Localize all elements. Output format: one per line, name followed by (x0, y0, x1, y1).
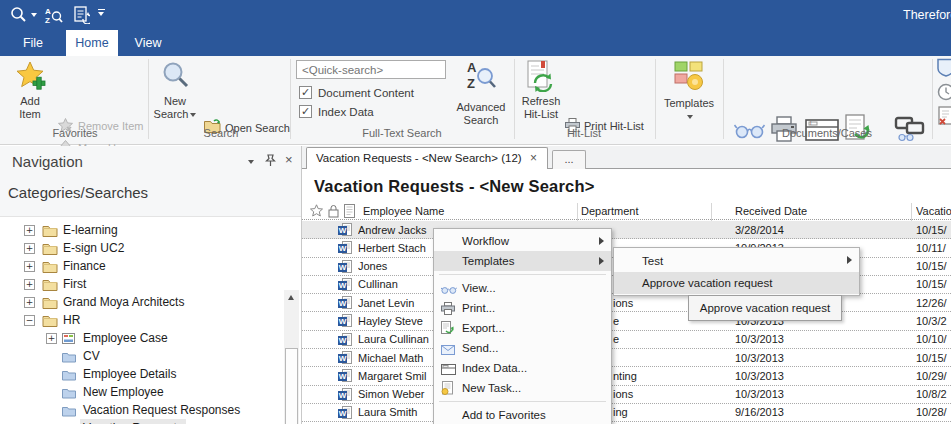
table-row[interactable]: WSimon Weberions10/3/201310/8/2 (302, 386, 951, 404)
tree-item[interactable]: Vacation Request Responses (0, 401, 280, 419)
svg-text:A: A (45, 7, 51, 16)
tree-item-label[interactable]: Finance (60, 257, 109, 275)
menu-item[interactable]: Print... (434, 298, 611, 318)
tree-item-label[interactable]: Employee Details (80, 365, 179, 383)
tree-item-label[interactable]: Employee Case (80, 329, 171, 347)
collapse-icon[interactable]: − (24, 315, 35, 326)
group-separator (148, 59, 149, 139)
column-vacation[interactable]: Vacation (916, 205, 951, 217)
expand-icon[interactable]: + (24, 261, 35, 272)
tree-scrollbar[interactable] (284, 290, 299, 424)
expand-icon[interactable]: + (24, 225, 35, 236)
customize-qat-icon[interactable] (98, 9, 105, 16)
cell-department: ing (613, 406, 683, 418)
document-tab-label: Vacation Requests - <New Search> (12) (316, 152, 522, 164)
tab-home[interactable]: Home (66, 30, 118, 56)
tree-item-label[interactable]: Vacation Request Responses (80, 401, 243, 419)
expand-icon[interactable]: + (24, 243, 35, 254)
document-column-icon[interactable] (344, 204, 355, 220)
tree-item[interactable]: +Finance (0, 257, 280, 275)
table-row[interactable]: WHayley Stevee10/3/201310/3/2 (302, 312, 951, 330)
cell-vacation: 10/15/ (916, 224, 951, 236)
quick-search-dropdown-icon[interactable] (31, 13, 37, 17)
menu-item[interactable]: Test (614, 250, 859, 272)
table-row[interactable]: WLaura Smithing9/16/201310/28/ (302, 404, 951, 422)
scrollbar-thumb[interactable] (285, 348, 298, 424)
menu-item[interactable]: New Task... (434, 378, 611, 398)
tree-item[interactable]: Employee Details (0, 365, 280, 383)
tree-item-label[interactable]: HR (60, 311, 83, 329)
svg-text:Z: Z (45, 16, 50, 24)
cell-employee-name: Herbert Stach (358, 242, 432, 254)
navigation-panel: Navigation × Categories/Searches +E-lear… (0, 146, 302, 424)
menu-item[interactable]: Templates (434, 251, 611, 271)
refresh-document-icon[interactable] (74, 6, 90, 26)
quick-search-icon[interactable] (10, 6, 27, 25)
tree-item-label[interactable]: First (60, 275, 89, 293)
tooltip: Approve vacation request (688, 295, 842, 321)
tree-item-label[interactable]: New Employee (80, 383, 167, 401)
tree-item-label[interactable]: Grand Moya Architects (60, 293, 187, 311)
tree-item[interactable]: New Employee (0, 383, 280, 401)
az-search-icon[interactable]: AZ (44, 6, 63, 26)
tree-item[interactable]: Vacation Requests (0, 419, 280, 424)
document-delete-icon[interactable] (937, 106, 951, 128)
tab-file[interactable]: File (12, 30, 54, 56)
templates-button[interactable]: Templates (660, 57, 718, 141)
close-panel-icon[interactable]: × (285, 152, 293, 167)
tab-view[interactable]: View (126, 30, 170, 56)
expand-icon[interactable]: + (24, 297, 35, 308)
overflow-tab[interactable]: ... (552, 150, 586, 169)
cell-vacation: 10/28/ (916, 406, 951, 418)
quick-search-input[interactable] (296, 60, 446, 79)
table-row[interactable]: WAndrew Jacks3/28/201410/15/ (302, 221, 951, 239)
table-row[interactable]: WJanet Levinions12/26/ (302, 294, 951, 312)
tree-item[interactable]: +Grand Moya Architects (0, 293, 280, 311)
cell-employee-name: Michael Math (358, 352, 432, 364)
word-doc-icon: W (338, 406, 353, 421)
menu-item-label: Approve vacation request (642, 272, 772, 294)
column-department[interactable]: Department (581, 205, 638, 217)
tree-item[interactable]: +First (0, 275, 280, 293)
fulltext-group-label: Full-Text Search (357, 127, 447, 139)
document-tab[interactable]: Vacation Requests - <New Search> (12) × (306, 147, 548, 169)
tree-item[interactable]: +E-sign UC2 (0, 239, 280, 257)
tree-item-label[interactable]: CV (80, 347, 103, 365)
index-data-checkbox[interactable]: ✓ (299, 105, 312, 118)
menu-item[interactable]: Workflow (434, 231, 611, 251)
table-row[interactable]: WLaura Cullinane10/3/201310/10/ (302, 331, 951, 349)
column-received-date[interactable]: Received Date (735, 205, 807, 217)
lock-column-icon[interactable] (328, 204, 339, 220)
menu-item[interactable]: Export... (434, 318, 611, 338)
menu-item[interactable]: View... (434, 278, 611, 298)
shield-icon[interactable] (937, 58, 951, 79)
advanced-search-button[interactable]: AZ Advanced Search (452, 57, 510, 141)
tree-item[interactable]: −HR (0, 311, 280, 329)
column-employee-name[interactable]: Employee Name (363, 205, 444, 217)
expand-icon[interactable]: + (46, 333, 57, 344)
menu-item[interactable]: Approve vacation request (614, 272, 859, 294)
menu-item[interactable]: Add to Favorites (434, 405, 611, 424)
tree-item-label[interactable]: E-sign UC2 (60, 239, 127, 257)
tree-item[interactable]: +Employee Case (0, 329, 280, 347)
clock-icon[interactable] (937, 83, 951, 103)
advanced-search-icon: AZ (466, 59, 496, 93)
menu-item[interactable]: Index Data... (434, 358, 611, 378)
menu-item[interactable]: Send... (434, 338, 611, 358)
tree-item-label[interactable]: E-learning (60, 221, 121, 239)
table-row[interactable]: WMichael Math10/3/201310/15/ (302, 349, 951, 367)
tree-item-label[interactable]: Vacation Requests (80, 419, 186, 424)
svg-text:W: W (339, 281, 347, 290)
close-tab-icon[interactable]: × (530, 148, 537, 169)
panel-menu-icon[interactable] (248, 160, 254, 164)
expand-icon[interactable]: + (24, 279, 35, 290)
pin-icon[interactable] (265, 154, 276, 169)
cell-employee-name: Simon Weber (358, 388, 432, 400)
tree-item[interactable]: +E-learning (0, 221, 280, 239)
favorite-column-icon[interactable] (310, 204, 323, 219)
svg-text:A: A (467, 60, 477, 75)
table-row[interactable]: WMargaret Smilnting10/3/201310/29/ (302, 367, 951, 385)
tree-item[interactable]: CV (0, 347, 280, 365)
scroll-up-button[interactable] (284, 290, 299, 306)
document-content-checkbox[interactable]: ✓ (299, 86, 312, 99)
